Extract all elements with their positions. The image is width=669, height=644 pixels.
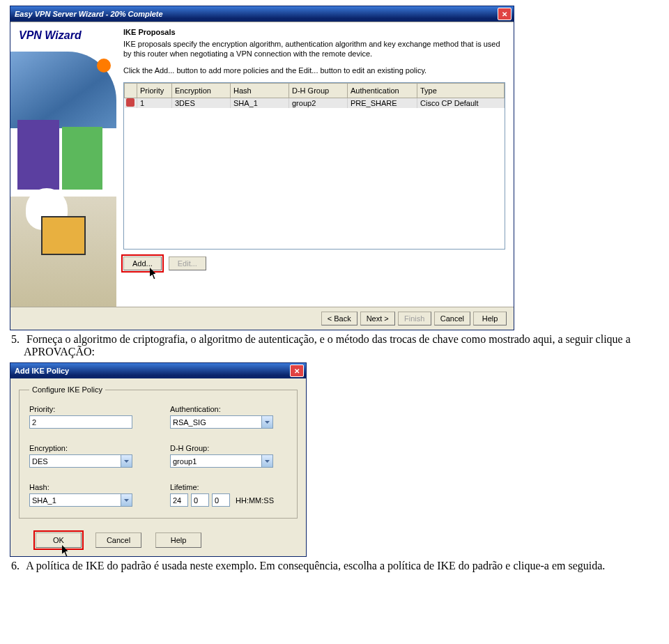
cell-type: Cisco CP Default bbox=[417, 98, 505, 109]
chevron-down-icon bbox=[261, 416, 272, 428]
ike-proposals-para1: IKE proposals specify the encryption alg… bbox=[123, 39, 505, 59]
lifetime-hours-input[interactable] bbox=[170, 493, 188, 507]
finish-button[interactable]: Finish bbox=[398, 312, 431, 325]
fieldset-legend: Configure IKE Policy bbox=[29, 385, 105, 394]
chevron-down-icon bbox=[121, 455, 132, 467]
wizard-titlebar: Easy VPN Server Wizard - 20% Complete ✕ bbox=[10, 6, 514, 22]
dh-group-label: D-H Group: bbox=[170, 444, 287, 452]
edit-button[interactable]: Edit... bbox=[169, 256, 206, 270]
cell-auth: PRE_SHARE bbox=[348, 98, 417, 109]
dialog-title: Add IKE Policy bbox=[15, 367, 69, 375]
lifetime-label: Lifetime: bbox=[170, 483, 287, 491]
encryption-value: DES bbox=[32, 457, 48, 466]
cell-encryption: 3DES bbox=[172, 98, 231, 109]
col-auth: Authentication bbox=[348, 84, 417, 98]
col-type: Type bbox=[417, 84, 505, 98]
col-encryption: Encryption bbox=[172, 84, 231, 98]
next-button[interactable]: Next > bbox=[360, 312, 395, 325]
lifetime-suffix: HH:MM:SS bbox=[236, 496, 274, 505]
cell-dh: group2 bbox=[289, 98, 348, 109]
wizard-sidebar-label: VPN Wizard bbox=[19, 29, 82, 42]
instruction-6-num: 6. bbox=[11, 560, 24, 572]
configure-ike-fieldset: Configure IKE Policy Priority: Authentic… bbox=[19, 385, 298, 519]
ike-policy-table[interactable]: Priority Encryption Hash D-H Group Authe… bbox=[123, 82, 505, 250]
lifetime-minutes-input[interactable] bbox=[191, 493, 209, 507]
dialog-titlebar: Add IKE Policy ✕ bbox=[10, 363, 306, 378]
col-icon bbox=[125, 84, 137, 98]
encryption-select[interactable]: DES bbox=[29, 454, 132, 468]
wizard-sidebar: VPN Wizard bbox=[10, 22, 116, 307]
col-dhgroup: D-H Group bbox=[289, 84, 348, 98]
authentication-label: Authentication: bbox=[170, 405, 287, 413]
table-row[interactable]: 1 3DES SHA_1 group2 PRE_SHARE Cisco CP D… bbox=[125, 98, 505, 109]
priority-input[interactable] bbox=[29, 415, 132, 429]
back-button[interactable]: < Back bbox=[321, 312, 357, 325]
col-priority: Priority bbox=[137, 84, 172, 98]
instruction-5: 5. Forneça o algoritmo de criptografia, … bbox=[24, 333, 663, 358]
col-hash: Hash bbox=[231, 84, 289, 98]
instruction-5-text: Forneça o algoritmo de criptografia, o a… bbox=[24, 333, 631, 358]
wizard-title: Easy VPN Server Wizard - 20% Complete bbox=[15, 10, 163, 18]
chevron-down-icon bbox=[261, 455, 272, 467]
priority-label: Priority: bbox=[29, 405, 146, 413]
add-button[interactable]: Add... bbox=[123, 256, 162, 270]
hash-value: SHA_1 bbox=[32, 496, 56, 505]
close-icon[interactable]: ✕ bbox=[498, 8, 512, 20]
ok-button[interactable]: OK bbox=[36, 532, 82, 548]
table-header-row: Priority Encryption Hash D-H Group Authe… bbox=[125, 84, 505, 98]
cancel-button[interactable]: Cancel bbox=[95, 532, 141, 548]
wizard-window: Easy VPN Server Wizard - 20% Complete ✕ … bbox=[10, 6, 514, 330]
wizard-footer: < Back Next > Finish Cancel Help bbox=[10, 307, 514, 330]
authentication-value: RSA_SIG bbox=[173, 418, 206, 427]
ike-proposals-para2: Click the Add... button to add more poli… bbox=[123, 66, 505, 75]
instruction-5-num: 5. bbox=[11, 333, 24, 345]
cancel-button[interactable]: Cancel bbox=[434, 312, 470, 325]
cell-hash: SHA_1 bbox=[231, 98, 289, 109]
encryption-label: Encryption: bbox=[29, 444, 146, 452]
chevron-down-icon bbox=[121, 494, 132, 506]
close-icon[interactable]: ✕ bbox=[290, 365, 304, 377]
authentication-select[interactable]: RSA_SIG bbox=[170, 415, 273, 429]
add-ike-policy-dialog: Add IKE Policy ✕ Configure IKE Policy Pr… bbox=[10, 362, 307, 557]
ike-proposals-heading: IKE Proposals bbox=[123, 28, 505, 36]
dh-group-value: group1 bbox=[173, 457, 197, 466]
instruction-6-text: A política de IKE do padrão é usada nest… bbox=[26, 560, 605, 572]
dh-group-select[interactable]: group1 bbox=[170, 454, 273, 468]
instruction-6: 6. A política de IKE do padrão é usada n… bbox=[24, 560, 663, 572]
lifetime-seconds-input[interactable] bbox=[212, 493, 230, 507]
hash-label: Hash: bbox=[29, 483, 146, 491]
lock-icon bbox=[125, 98, 137, 109]
hash-select[interactable]: SHA_1 bbox=[29, 493, 132, 507]
wizard-main: IKE Proposals IKE proposals specify the … bbox=[116, 22, 514, 307]
cell-priority: 1 bbox=[137, 98, 172, 109]
help-button[interactable]: Help bbox=[473, 312, 507, 325]
help-button[interactable]: Help bbox=[155, 532, 201, 548]
